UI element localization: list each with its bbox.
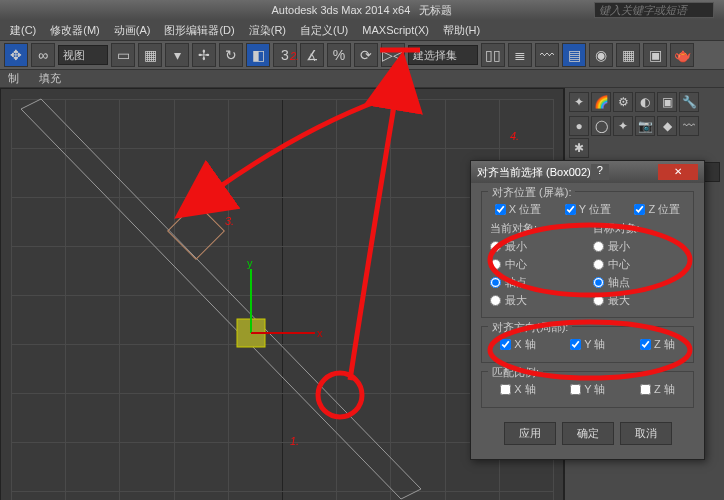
material-icon[interactable]: ◉ xyxy=(589,43,613,67)
apply-button[interactable]: 应用 xyxy=(504,422,556,445)
link-icon[interactable]: ∞ xyxy=(31,43,55,67)
tgt-pivot-radio[interactable]: 轴点 xyxy=(593,275,686,290)
dialog-title-text: 对齐当前选择 (Box002) xyxy=(477,165,591,180)
ok-button[interactable]: 确定 xyxy=(562,422,614,445)
lights-icon[interactable]: ✦ xyxy=(613,116,633,136)
curve-editor-icon[interactable]: 〰 xyxy=(535,43,559,67)
selset-dropdown[interactable]: 建选择集 xyxy=(408,45,478,65)
rotate-icon[interactable]: ↻ xyxy=(219,43,243,67)
render-frame-icon[interactable]: ▣ xyxy=(643,43,667,67)
svg-line-0 xyxy=(21,109,401,499)
current-label: 当前对象: xyxy=(490,221,583,236)
target-label: 目标对象: xyxy=(593,221,686,236)
tgt-max-radio[interactable]: 最大 xyxy=(593,293,686,308)
menu-script[interactable]: MAXScript(X) xyxy=(356,22,435,38)
menu-create[interactable]: 建(C) xyxy=(4,21,42,40)
move-icon[interactable]: ✥ xyxy=(4,43,28,67)
filter-icon[interactable]: ▾ xyxy=(165,43,189,67)
select-icon[interactable]: ▭ xyxy=(111,43,135,67)
svg-rect-4 xyxy=(168,203,225,260)
menu-help[interactable]: 帮助(H) xyxy=(437,21,486,40)
legend-position: 对齐位置 (屏幕): xyxy=(488,185,575,200)
help-button[interactable]: ? xyxy=(591,164,609,180)
angle-snap-icon[interactable]: ∡ xyxy=(300,43,324,67)
xpos-check[interactable]: X 位置 xyxy=(495,202,541,217)
sub-a: 制 xyxy=(8,71,19,86)
menu-custom[interactable]: 自定义(U) xyxy=(294,21,354,40)
szaxis-check[interactable]: Z 轴 xyxy=(640,382,675,397)
zaxis-check[interactable]: Z 轴 xyxy=(640,337,675,352)
svg-line-1 xyxy=(41,99,421,489)
layers-icon[interactable]: ≣ xyxy=(508,43,532,67)
sub-b: 填充 xyxy=(39,71,61,86)
utilities-tab-icon[interactable]: 🔧 xyxy=(679,92,699,112)
menu-modifier[interactable]: 修改器(M) xyxy=(44,21,106,40)
title-bar: Autodesk 3ds Max 2014 x64 无标题 xyxy=(0,0,724,20)
svg-text:x: x xyxy=(317,327,323,339)
close-button[interactable]: ✕ xyxy=(658,164,698,180)
align-orientation-group: 对齐方向(局部): X 轴 Y 轴 Z 轴 xyxy=(481,326,694,363)
menu-graph[interactable]: 图形编辑器(D) xyxy=(158,21,240,40)
schematic-icon[interactable]: ▤ xyxy=(562,43,586,67)
view-dropdown[interactable]: 视图 xyxy=(58,45,108,65)
tgt-center-radio[interactable]: 中心 xyxy=(593,257,686,272)
scale-icon[interactable]: ◧ xyxy=(246,43,270,67)
sub-toolbar: 制 填充 xyxy=(0,70,724,88)
dialog-body: 对齐位置 (屏幕): X 位置 Y 位置 Z 位置 当前对象: 最小 中心 轴点… xyxy=(471,183,704,459)
percent-snap-icon[interactable]: % xyxy=(327,43,351,67)
panel-tabs: ✦ 🌈 ⚙ ◐ ▣ 🔧 xyxy=(569,92,720,112)
main-toolbar: ✥ ∞ 视图 ▭ ▦ ▾ ✢ ↻ ◧ 3 ∡ % ⟳ ▷◁ 建选择集 ▯▯ ≣ … xyxy=(0,40,724,70)
tgt-min-radio[interactable]: 最小 xyxy=(593,239,686,254)
geom-icon[interactable]: ● xyxy=(569,116,589,136)
align-dialog: 对齐当前选择 (Box002) ? ✕ 对齐位置 (屏幕): X 位置 Y 位置… xyxy=(470,160,705,460)
shapes-icon[interactable]: ◯ xyxy=(591,116,611,136)
dialog-titlebar[interactable]: 对齐当前选择 (Box002) ? ✕ xyxy=(471,161,704,183)
create-tab-icon[interactable]: ✦ xyxy=(569,92,589,112)
mirror-icon[interactable]: ▷◁ xyxy=(381,43,405,67)
display-tab-icon[interactable]: ▣ xyxy=(657,92,677,112)
sxaxis-check[interactable]: X 轴 xyxy=(500,382,535,397)
hierarchy-tab-icon[interactable]: ⚙ xyxy=(613,92,633,112)
cameras-icon[interactable]: 📷 xyxy=(635,116,655,136)
syaxis-check[interactable]: Y 轴 xyxy=(570,382,605,397)
match-scale-group: 匹配比例: X 轴 Y 轴 Z 轴 xyxy=(481,371,694,408)
app-title: Autodesk 3ds Max 2014 x64 无标题 xyxy=(272,3,453,18)
ypos-check[interactable]: Y 位置 xyxy=(565,202,611,217)
align-position-group: 对齐位置 (屏幕): X 位置 Y 位置 Z 位置 当前对象: 最小 中心 轴点… xyxy=(481,191,694,318)
legend-scale: 匹配比例: xyxy=(488,365,543,380)
svg-line-2 xyxy=(21,99,41,109)
svg-line-3 xyxy=(401,489,421,499)
xaxis-check[interactable]: X 轴 xyxy=(500,337,535,352)
menu-bar: 建(C) 修改器(M) 动画(A) 图形编辑器(D) 渲染(R) 自定义(U) … xyxy=(0,20,724,40)
legend-orientation: 对齐方向(局部): xyxy=(488,320,572,335)
systems-icon[interactable]: ✱ xyxy=(569,138,589,158)
space-icon[interactable]: 〰 xyxy=(679,116,699,136)
cur-center-radio[interactable]: 中心 xyxy=(490,257,583,272)
render-setup-icon[interactable]: ▦ xyxy=(616,43,640,67)
cur-pivot-radio[interactable]: 轴点 xyxy=(490,275,583,290)
yaxis-check[interactable]: Y 轴 xyxy=(570,337,605,352)
motion-tab-icon[interactable]: ◐ xyxy=(635,92,655,112)
svg-text:y: y xyxy=(247,257,253,269)
render-icon[interactable]: 🫖 xyxy=(670,43,694,67)
cur-min-radio[interactable]: 最小 xyxy=(490,239,583,254)
category-icons: ● ◯ ✦ 📷 ◆ 〰 ✱ xyxy=(569,116,720,158)
window-icon[interactable]: ▦ xyxy=(138,43,162,67)
helpers-icon[interactable]: ◆ xyxy=(657,116,677,136)
align-icon[interactable]: ▯▯ xyxy=(481,43,505,67)
modify-tab-icon[interactable]: 🌈 xyxy=(591,92,611,112)
spinner-icon[interactable]: ⟳ xyxy=(354,43,378,67)
menu-anim[interactable]: 动画(A) xyxy=(108,21,157,40)
cur-max-radio[interactable]: 最大 xyxy=(490,293,583,308)
cancel-button[interactable]: 取消 xyxy=(620,422,672,445)
search-input[interactable] xyxy=(594,2,714,18)
move-tool-icon[interactable]: ✢ xyxy=(192,43,216,67)
snap3-icon[interactable]: 3 xyxy=(273,43,297,67)
zpos-check[interactable]: Z 位置 xyxy=(634,202,680,217)
menu-render[interactable]: 渲染(R) xyxy=(243,21,292,40)
